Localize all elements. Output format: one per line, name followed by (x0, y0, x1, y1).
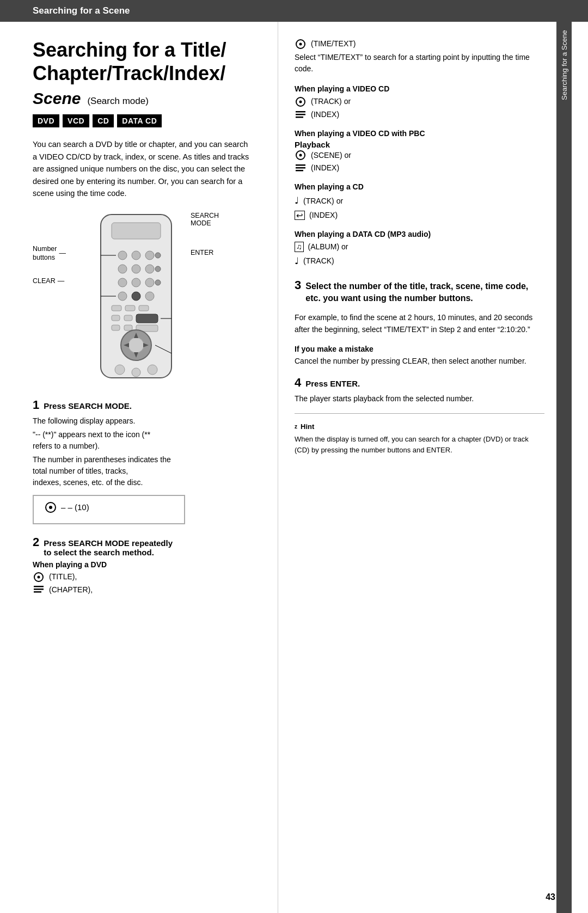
when-data-cd-section: When playing a DATA CD (MP3 audio) ♫ (AL… (295, 230, 544, 269)
svg-rect-44 (34, 589, 44, 590)
vcd-index-item: (INDEX) (295, 108, 544, 121)
data-cd-note-icon: ♩ (295, 254, 299, 269)
svg-rect-18 (125, 305, 135, 311)
left-column: Searching for a Title/ Chapter/Track/Ind… (0, 22, 278, 913)
format-badges: DVD VCD CD DATA CD (33, 114, 250, 127)
when-video-cd-pbc-label: When playing a VIDEO CD with PBC (295, 129, 544, 138)
arrow-right-2: — (58, 277, 65, 285)
cd-track-text: (TRACK) or (303, 195, 343, 208)
when-cd-section: When playing a CD ♩ (TRACK) or ↩ (INDEX) (295, 182, 544, 222)
svg-rect-55 (296, 164, 305, 166)
when-dvd-section: When playing a DVD (TITLE), (33, 560, 250, 597)
scene-word: Scene (33, 89, 81, 108)
when-data-cd-label: When playing a DATA CD (MP3 audio) (295, 230, 544, 238)
svg-rect-23 (112, 325, 120, 330)
step2-num: 2 (33, 535, 39, 549)
svg-point-32 (115, 365, 125, 375)
mistake-heading: If you make a mistake (295, 345, 544, 353)
side-tab: Searching for a Scene (556, 22, 572, 913)
when-cd-label: When playing a CD (295, 182, 544, 191)
dvd-title-item: (TITLE), (33, 571, 250, 584)
step3-section: 3 Select the number of the title, track,… (295, 278, 544, 367)
step1-body3: The number in parentheses indicates thet… (33, 454, 250, 488)
timetext-desc: Select “TIME/TEXT” to search for a start… (295, 53, 530, 73)
step2-label: Press SEARCH MODE repeatedly to select t… (44, 538, 173, 557)
svg-rect-20 (136, 314, 158, 323)
svg-point-5 (155, 253, 161, 258)
step3-num: 3 (295, 278, 301, 292)
svg-point-12 (145, 278, 154, 287)
pbc-index-item: (INDEX) (295, 162, 544, 175)
number-buttons-text: Numberbuttons (33, 244, 57, 262)
hint-section: z Hint When the display is turned off, y… (295, 421, 544, 456)
svg-rect-50 (296, 111, 305, 113)
svg-point-11 (132, 278, 140, 287)
step1-heading: 1 Press SEARCH MODE. (33, 398, 250, 412)
data-cd-track-text: (TRACK) (303, 255, 334, 268)
svg-point-13 (155, 280, 161, 285)
vcd-index-text: (INDEX) (311, 108, 339, 121)
hint-word: Hint (301, 421, 314, 432)
cd-note-icon: ♩ (295, 193, 299, 209)
vcd-track-item: (TRACK) or (295, 95, 544, 108)
cd-track-item: ♩ (TRACK) or (295, 193, 544, 209)
remote-svg (82, 212, 185, 386)
svg-point-40 (49, 506, 52, 509)
banner-text: Searching for a Scene (33, 5, 130, 16)
step4-num: 4 (295, 376, 301, 390)
svg-rect-45 (34, 591, 41, 593)
svg-rect-17 (112, 305, 121, 311)
step1-label: Press SEARCH MODE. (44, 401, 132, 410)
osd-content: – – (10) (45, 501, 173, 513)
svg-rect-43 (34, 586, 44, 587)
pbc-scene-text: (SCENE) or (311, 149, 351, 162)
timetext-cd-icon (295, 39, 307, 50)
osd-text: – – (10) (61, 503, 89, 512)
playback-label: Playback (295, 140, 544, 149)
enter-right-label: ENTER (191, 249, 219, 256)
timetext-label: (TIME/TEXT) (311, 38, 356, 50)
vcd-badge: VCD (63, 114, 89, 127)
data-cd-album-icon: ♫ (295, 242, 304, 252)
svg-rect-1 (112, 223, 161, 239)
when-video-cd-pbc-section: When playing a VIDEO CD with PBC Playbac… (295, 129, 544, 175)
dvd-badge: DVD (33, 114, 59, 127)
data-cd-track-item: ♩ (TRACK) (295, 254, 544, 269)
search-mode-label: (Search mode) (87, 96, 148, 107)
datacd-badge: DATA CD (117, 114, 162, 127)
svg-point-8 (145, 265, 154, 273)
pbc-cd-icon (295, 150, 307, 161)
timetext-note: (TIME/TEXT) Select “TIME/TEXT” to search… (295, 38, 544, 75)
main-content: Searching for a Title/ Chapter/Track/Ind… (0, 22, 588, 913)
svg-point-9 (155, 266, 161, 272)
remote-diagram-area: Numberbuttons — CLEAR — (33, 212, 250, 386)
number-buttons-label: Numberbuttons — (33, 244, 76, 262)
timetext-icon-line: (TIME/TEXT) (295, 38, 544, 50)
svg-point-4 (145, 251, 154, 260)
step2-area: 2 Press SEARCH MODE repeatedly to select… (33, 535, 250, 597)
scene-line: Scene (Search mode) (33, 89, 250, 108)
svg-point-47 (299, 42, 302, 45)
svg-point-54 (299, 154, 302, 157)
vcd-cd-icon (295, 96, 307, 107)
pbc-list-icon (295, 163, 307, 174)
svg-point-6 (118, 265, 127, 273)
svg-point-49 (299, 100, 302, 103)
svg-rect-21 (112, 315, 120, 321)
step3-body: For example, to find the scene at 2 hour… (295, 312, 544, 335)
dvd-list-icon (33, 584, 45, 595)
step3-heading-row: 3 Select the number of the title, track,… (295, 278, 544, 309)
svg-rect-24 (124, 325, 132, 330)
dvd-cd-icon (33, 572, 45, 583)
step4-section: 4 Press ENTER. The player starts playbac… (295, 376, 544, 405)
search-mode-right-label: SEARCH MODE (191, 212, 219, 227)
dvd-chapter-item: (CHAPTER), (33, 584, 250, 597)
cd-index-item: ↩ (INDEX) (295, 209, 544, 222)
page-container: Searching for a Scene Searching for a Ti… (0, 0, 588, 913)
svg-rect-51 (296, 114, 305, 115)
pbc-index-text: (INDEX) (311, 162, 339, 175)
step1-body1: The following display appears. (33, 415, 250, 427)
osd-display-box: – – (10) (33, 495, 185, 524)
svg-point-7 (132, 265, 140, 273)
vcd-list-icon (295, 109, 307, 120)
